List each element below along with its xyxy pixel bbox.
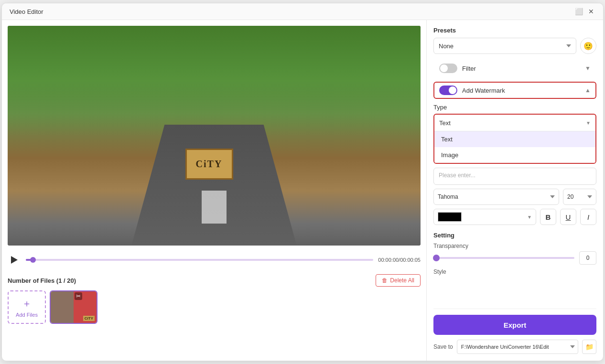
folder-button[interactable]: 📁 xyxy=(582,340,596,354)
thumbnail-item[interactable]: ✂ CiTY xyxy=(50,290,97,324)
title-bar: Video Editor ⬜ ✕ xyxy=(2,3,603,20)
color-picker-button[interactable]: ▼ xyxy=(433,209,536,225)
play-button[interactable] xyxy=(8,253,21,267)
save-path-select[interactable]: F:\Wondershare UniConverter 16\Edit xyxy=(457,340,578,354)
color-swatch xyxy=(438,212,462,222)
font-family-select[interactable]: Tahoma xyxy=(433,189,559,205)
title-bar-controls: ⬜ ✕ xyxy=(574,7,595,16)
presets-select[interactable]: None xyxy=(433,38,576,54)
watermark-label: Add Watermark xyxy=(462,87,505,94)
right-panel: Presets None 🙂 Filter ▼ Add Wa xyxy=(426,20,603,361)
type-option-text[interactable]: Text xyxy=(434,131,595,147)
save-to-row: Save to F:\Wondershare UniConverter 16\E… xyxy=(433,340,596,354)
transparency-label: Transparency xyxy=(433,243,596,249)
filter-chevron-icon: ▼ xyxy=(585,65,591,72)
file-strip: Number of Files (1 / 20) 🗑 Delete All ＋ … xyxy=(8,274,421,324)
window-title: Video Editor xyxy=(10,8,43,15)
file-thumbnails: ＋ Add Files ✂ CiTY xyxy=(8,290,421,324)
style-sublabel: Style xyxy=(433,268,596,275)
delete-all-label: Delete All xyxy=(390,277,414,284)
type-label: Type xyxy=(433,104,596,111)
font-size-select[interactable]: 20 xyxy=(563,189,596,205)
left-panel: CiTY 00:00:00/00:00:05 Number of Files (… xyxy=(2,20,426,361)
filter-toggle-knob xyxy=(440,64,448,72)
watermark-toggle-knob xyxy=(449,86,456,94)
road xyxy=(131,125,297,246)
video-editor-window: Video Editor ⬜ ✕ CiTY xyxy=(1,3,604,361)
underline-button[interactable]: U xyxy=(560,209,576,225)
font-row: Tahoma 20 xyxy=(433,189,596,205)
thumb-half-right: ✂ CiTY xyxy=(74,291,97,323)
file-strip-header: Number of Files (1 / 20) 🗑 Delete All xyxy=(8,274,421,287)
folder-icon: 📁 xyxy=(585,343,594,351)
type-dropdown-container: Text ▼ Text Image xyxy=(433,114,596,164)
delete-all-button[interactable]: 🗑 Delete All xyxy=(376,274,421,287)
thumb-half-left xyxy=(51,291,74,323)
content-area: CiTY 00:00:00/00:00:05 Number of Files (… xyxy=(2,20,603,361)
maximize-button[interactable]: ⬜ xyxy=(574,7,583,16)
setting-label: Setting xyxy=(433,232,596,239)
video-scene: CiTY xyxy=(8,26,421,246)
progress-track[interactable] xyxy=(26,259,373,261)
road-line xyxy=(202,191,227,224)
play-icon xyxy=(11,256,18,264)
transparency-row: 0 xyxy=(433,251,596,265)
progress-thumb xyxy=(30,257,36,263)
trash-icon: 🗑 xyxy=(382,277,388,284)
filter-label: Filter xyxy=(462,65,476,72)
presets-row: None 🙂 xyxy=(433,38,596,54)
filter-row: Filter ▼ xyxy=(433,60,596,77)
style-row: ▼ B U I xyxy=(433,209,596,225)
type-selected-value: Text xyxy=(439,119,451,127)
transparency-value: 0 xyxy=(579,251,596,265)
playback-bar: 00:00:00/00:00:05 xyxy=(8,250,421,269)
video-preview: CiTY xyxy=(8,26,421,246)
tree-layer xyxy=(8,26,421,136)
color-chevron-icon: ▼ xyxy=(527,214,532,220)
type-dropdown-options: Text Image xyxy=(434,131,595,163)
type-chevron-icon: ▼ xyxy=(586,120,591,126)
slider-thumb xyxy=(433,255,440,261)
add-files-button[interactable]: ＋ Add Files xyxy=(8,290,46,324)
type-dropdown-selected[interactable]: Text ▼ xyxy=(434,115,595,131)
emoji-button[interactable]: 🙂 xyxy=(580,38,596,54)
export-section: Export Save to F:\Wondershare UniConvert… xyxy=(433,309,596,354)
file-count-label: Number of Files (1 / 20) xyxy=(8,277,76,284)
type-option-image[interactable]: Image xyxy=(434,147,595,163)
close-button[interactable]: ✕ xyxy=(587,7,595,16)
filter-toggle[interactable] xyxy=(439,64,457,73)
add-plus-icon: ＋ xyxy=(22,297,32,310)
city-text: CiTY xyxy=(83,316,95,321)
save-to-label: Save to xyxy=(433,343,453,350)
bold-button[interactable]: B xyxy=(540,209,556,225)
time-display: 00:00:00/00:00:05 xyxy=(378,257,421,263)
thumb-inner: ✂ CiTY xyxy=(51,291,97,323)
export-button[interactable]: Export xyxy=(433,315,596,335)
watermark-toggle[interactable] xyxy=(439,86,457,95)
transparency-slider[interactable] xyxy=(433,257,574,259)
italic-button[interactable]: I xyxy=(580,209,596,225)
text-input-area[interactable]: Please enter... xyxy=(433,168,596,185)
scissors-icon: ✂ xyxy=(75,292,82,300)
watermark-row: Add Watermark ▲ xyxy=(433,82,596,99)
city-sign: CiTY xyxy=(185,149,233,180)
add-files-label: Add Files xyxy=(16,312,38,318)
presets-label: Presets xyxy=(433,27,596,34)
watermark-chevron-icon: ▲ xyxy=(585,87,591,94)
